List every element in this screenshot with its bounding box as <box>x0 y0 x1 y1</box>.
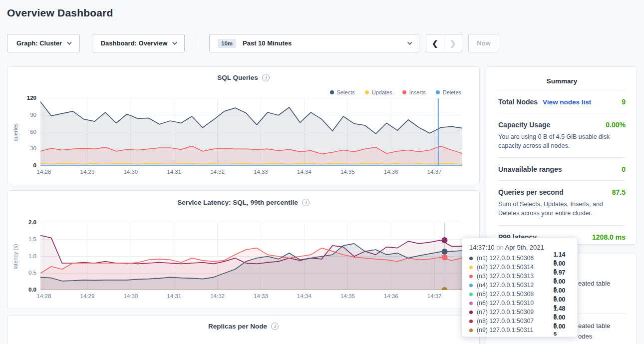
x-axis-tick: 14:31 <box>160 169 188 175</box>
x-axis-tick: 14:34 <box>290 169 318 175</box>
page-title: Overview Dashboard <box>7 7 113 19</box>
info-icon[interactable]: i <box>271 323 279 330</box>
legend-item-deletes[interactable]: Deletes <box>436 89 461 95</box>
legend-label: Deletes <box>443 89 461 95</box>
p99-latency-value: 1208.0 ms <box>592 233 626 241</box>
info-icon[interactable]: i <box>262 74 270 81</box>
x-axis-tick: 14:37 <box>420 293 448 299</box>
tooltip-node-name: (n4) 127.0.0.1:50312 <box>477 282 549 289</box>
sql-queries-card: SQL Queries i SelectsUpdatesInsertsDelet… <box>7 66 480 184</box>
x-axis-tick: 14:29 <box>73 293 101 299</box>
y-axis-tick: 1.0 <box>14 253 36 259</box>
total-nodes-row: Total Nodes View nodes list 9 <box>498 90 626 113</box>
legend-dot-icon <box>402 90 406 94</box>
view-nodes-list-link[interactable]: View nodes list <box>543 98 591 106</box>
chevron-down-icon <box>67 40 72 45</box>
event-item-fragment[interactable]: eated table <box>578 280 610 287</box>
legend-item-selects[interactable]: Selects <box>330 89 355 95</box>
tooltip-node-name: (n1) 127.0.0.1:50306 <box>477 255 549 262</box>
sql-queries-title: SQL Queries <box>217 74 258 81</box>
sql-queries-legend: SelectsUpdatesInsertsDeletes <box>330 89 461 95</box>
y-axis-tick: 0.0 <box>14 287 36 293</box>
queries-per-second-desc: Sum of Selects, Updates, Inserts, and De… <box>498 200 626 218</box>
legend-dot-icon <box>365 90 369 94</box>
time-nav-group: ❮ ❯ <box>426 34 462 52</box>
chart-canvas[interactable] <box>40 223 462 290</box>
x-axis-tick: 14:35 <box>333 293 361 299</box>
tooltip-node-name: (n5) 127.0.0.1:50308 <box>477 291 549 298</box>
y-axis-tick: 2.0 <box>14 219 36 225</box>
unavailable-ranges-row: Unavailable ranges 0 <box>498 157 626 180</box>
capacity-usage-value: 0.00% <box>606 121 626 129</box>
y-axis-tick: 90 <box>14 112 36 118</box>
node-color-dot-icon <box>469 284 473 287</box>
legend-label: Updates <box>372 89 392 95</box>
x-axis-tick: 14:28 <box>30 293 58 299</box>
x-axis-tick: 14:33 <box>247 169 275 175</box>
node-color-dot-icon <box>469 311 473 314</box>
tooltip-node-name: (n7) 127.0.0.1:50309 <box>477 309 549 316</box>
unavailable-ranges-label: Unavailable ranges <box>498 165 562 173</box>
node-color-dot-icon <box>469 302 473 305</box>
legend-item-inserts[interactable]: Inserts <box>402 89 426 95</box>
capacity-usage-row: Capacity Usage 0.00% You are using 0 B o… <box>498 113 626 157</box>
node-color-dot-icon <box>469 275 473 278</box>
event-item-fragment[interactable]: eated table <box>578 322 610 330</box>
node-color-dot-icon <box>469 293 473 296</box>
graph-dropdown-label: Graph: Cluster <box>16 39 62 47</box>
tooltip-timestamp: 14:37:10 on Apr 5th, 2021 <box>469 244 570 251</box>
node-color-dot-icon <box>469 266 473 269</box>
summary-panel: Summary Total Nodes View nodes list 9 Ca… <box>487 66 637 245</box>
tooltip-node-name: (n8) 127.0.0.1:50307 <box>477 318 549 325</box>
time-range-selector[interactable]: 10m Past 10 Minutes <box>209 34 419 52</box>
x-axis-tick: 14:36 <box>377 169 405 175</box>
unavailable-ranges-value: 0 <box>622 165 626 173</box>
tooltip-node-value: 0.00 s <box>553 323 570 337</box>
info-icon[interactable]: i <box>302 199 310 206</box>
node-color-dot-icon <box>469 257 473 260</box>
legend-dot-icon <box>330 90 334 94</box>
x-axis-tick: 14:30 <box>117 293 145 299</box>
service-latency-title: Service Latency: SQL, 99th percentile <box>177 199 298 206</box>
queries-per-second-value: 87.5 <box>612 188 626 196</box>
service-latency-plot[interactable]: latency (s) 0.00.51.01.52.014:2814:2914:… <box>40 223 462 290</box>
service-latency-card: Service Latency: SQL, 99th percentile i … <box>7 190 480 309</box>
chart-hover-tooltip: 14:37:10 on Apr 5th, 2021 (n1) 127.0.0.1… <box>462 238 578 337</box>
dashboard-dropdown[interactable]: Dashboard: Overview <box>92 34 185 52</box>
y-axis-tick: 120 <box>14 95 36 101</box>
next-range-button[interactable]: ❯ <box>444 34 462 52</box>
x-axis-tick: 14:33 <box>247 293 275 299</box>
tooltip-node-name: (n2) 127.0.0.1:50314 <box>477 264 549 271</box>
x-axis-tick: 14:30 <box>117 169 145 175</box>
legend-label: Selects <box>337 89 355 95</box>
x-axis-tick: 14:36 <box>377 293 405 299</box>
replicas-per-node-title: Replicas per Node <box>208 323 267 330</box>
total-nodes-value: 9 <box>622 98 626 106</box>
queries-per-second-row: Queries per second 87.5 Sum of Selects, … <box>498 180 626 225</box>
now-button[interactable]: Now <box>468 34 499 52</box>
y-axis-tick: 0.5 <box>14 270 36 276</box>
node-color-dot-icon <box>469 320 473 323</box>
chevron-down-icon <box>172 40 177 45</box>
event-item-fragment[interactable]: odes <box>578 333 592 340</box>
y-axis-tick: 60 <box>14 129 36 135</box>
tooltip-node-row: (n9) 127.0.0.1:503110.00 s <box>469 326 570 335</box>
summary-title: Summary <box>498 67 626 90</box>
y-axis-tick: 0 <box>14 162 36 168</box>
dashboard-dropdown-label: Dashboard: Overview <box>101 39 168 47</box>
legend-item-updates[interactable]: Updates <box>365 89 392 95</box>
prev-range-button[interactable]: ❮ <box>426 34 444 52</box>
total-nodes-label: Total Nodes <box>498 98 538 106</box>
replicas-per-node-card: Replicas per Node i <box>7 315 480 344</box>
y-axis-tick: 30 <box>14 145 36 151</box>
capacity-usage-label: Capacity Usage <box>498 121 550 129</box>
graph-dropdown[interactable]: Graph: Cluster <box>7 34 80 52</box>
x-axis-tick: 14:37 <box>420 169 448 175</box>
sql-queries-plot[interactable]: queries 030609012014:2814:2914:3014:3114… <box>40 98 462 166</box>
chart-canvas[interactable] <box>40 98 462 166</box>
chevron-down-icon <box>407 40 412 45</box>
y-axis-tick: 1.5 <box>14 236 36 242</box>
time-range-label: Past 10 Minutes <box>243 39 407 47</box>
time-range-badge: 10m <box>218 39 236 48</box>
legend-label: Inserts <box>409 89 426 95</box>
